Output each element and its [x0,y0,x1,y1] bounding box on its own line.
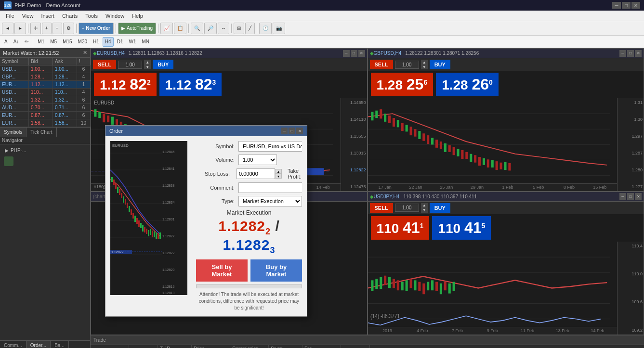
usdjpy-volume-input[interactable] [395,204,419,212]
minimize-button[interactable]: ─ [612,2,621,9]
zoom-out-button[interactable]: − [53,23,62,34]
tab-comm[interactable]: Comm... [0,341,26,348]
menu-view[interactable]: View [18,12,38,20]
gbpusd-close[interactable]: ✕ [635,50,642,57]
menu-insert[interactable]: Insert [37,12,58,20]
indicator-button[interactable]: 📈 [160,23,173,34]
eurusd-close[interactable]: ✕ [358,50,365,57]
tf-m5[interactable]: M5 [48,37,59,47]
market-watch-close[interactable]: ✕ [83,50,87,56]
forward-button[interactable]: ► [14,23,26,34]
zoom-chart-button[interactable]: 🔍 [191,23,203,34]
tf-h4[interactable]: H4 [103,37,114,47]
gbpusd-volume-input[interactable] [395,61,419,69]
usdjpy-minimize[interactable]: ─ [619,193,626,200]
autotrading-button[interactable]: ▶ AutoTrading [118,23,156,34]
gbpusd-maximize[interactable]: □ [627,50,634,57]
usdjpy-buy-button[interactable]: BUY [430,203,450,213]
tf-m1[interactable]: M1 [35,37,47,47]
template-button[interactable]: 📋 [174,23,186,34]
nav-item-phpDemo[interactable]: ▶ PHP-... [2,146,88,155]
sl-label: Stop Loss: [196,171,230,177]
tf-w1[interactable]: W1 [126,37,138,47]
mw-row-usd2[interactable]: USD... 110... 110... 4 [0,89,90,96]
eurusd-sell-button[interactable]: SELL [93,60,116,69]
tab-balance[interactable]: Ba... [51,341,69,348]
eurusd-maximize[interactable]: □ [351,50,357,57]
eurusd-buy-price[interactable]: 1.12 823 [159,73,222,96]
gbpusd-sell-button[interactable]: SELL [370,60,393,69]
trendline-button[interactable]: ╱ [245,23,255,34]
sell-by-market-button[interactable]: Sell by Market [196,259,248,282]
tab-tick-chart[interactable]: Tick Chart [26,128,56,137]
eurusd-vol-down[interactable]: ▼ [144,64,151,69]
usdjpy-vol-down[interactable]: ▼ [421,208,428,213]
dialog-minimize[interactable]: ─ [281,128,288,134]
tab-symbols[interactable]: Symbols [0,128,26,137]
usdjpy-buy-price[interactable]: 110 415 [432,216,491,240]
dialog-maximize[interactable]: □ [289,128,295,134]
gbpusd-buy-button[interactable]: BUY [430,60,450,69]
objects-button[interactable]: ⊞ [234,23,244,34]
volume-label: Volume: [196,157,235,163]
symbol-select[interactable]: EURUSD, Euro vs US Dollar Variable + Com… [238,141,302,152]
mw-row-eur2[interactable]: EUR... 0.87... 0.87... 6 [0,112,90,119]
new-order-button[interactable]: + New Order [79,23,114,34]
dialog-close[interactable]: ✕ [296,128,303,134]
back-button[interactable]: ◄ [2,23,13,34]
menu-help[interactable]: Help [128,12,147,20]
sl-down-button[interactable]: ▼ [275,174,282,179]
scroll-button[interactable]: ↔ [218,23,229,34]
volume-select[interactable]: 1.00 [238,155,277,165]
gbpusd-sell-price[interactable]: 1.28 256 [371,73,434,96]
tf-h1[interactable]: H1 [91,37,102,47]
menu-window[interactable]: Window [102,12,128,20]
gbpusd-buy-price[interactable]: 1.28 260 [436,73,499,96]
mw-row-eur3[interactable]: EUR... 1.58... 1.58... 10 [0,119,90,127]
zoom-in-button[interactable]: + [42,23,52,34]
gbpusd-minimize[interactable]: ─ [619,50,626,57]
sl-up-button[interactable]: ▲ [275,169,282,174]
usdjpy-trade-bar: SELL ▲ ▼ BUY [368,202,644,214]
gbpusd-vol-up[interactable]: ▲ [421,60,428,64]
time-button[interactable]: 🕐 [259,23,272,34]
tf-m30[interactable]: M30 [76,37,90,47]
zoom-out-chart-button[interactable]: 🔎 [204,23,217,34]
usdjpy-close[interactable]: ✕ [635,193,642,200]
text-tool[interactable]: A [2,37,10,47]
eurusd-volume-input[interactable] [118,61,142,69]
eurusd-buy-button[interactable]: BUY [153,60,173,69]
mw-row-aud[interactable]: AUD... 0.70... 0.71... 6 [0,104,90,112]
usdjpy-vol-up[interactable]: ▲ [421,203,428,208]
draw-tool[interactable]: ✏ [22,37,31,47]
usdjpy-sell-price[interactable]: 110 411 [371,216,430,240]
buy-by-market-button[interactable]: Buy by Market [250,259,302,282]
tf-m15[interactable]: M15 [60,37,74,47]
mw-row-usd1[interactable]: USD... 1.00... 1.00... 6 [0,65,90,73]
tf-mn[interactable]: MN [139,37,152,47]
maximize-button[interactable]: □ [622,2,631,9]
properties-button[interactable]: ⚙ [63,23,74,34]
screenshot-button[interactable]: 📷 [273,23,285,34]
menu-file[interactable]: File [2,12,18,20]
usdjpy-maximize[interactable]: □ [627,193,634,200]
tab-order[interactable]: Order... [26,341,51,348]
mw-row-usd3[interactable]: USD... 1.32... 1.32... 6 [0,96,90,104]
gbpusd-vol-down[interactable]: ▼ [421,64,428,69]
text-arrow-tool[interactable]: A↓ [11,37,22,47]
eurusd-sell-price[interactable]: 1.12 822 [94,73,157,96]
mw-row-gbp[interactable]: GBP... 1.28... 1.28... 4 [0,73,90,81]
menu-charts[interactable]: Charts [58,12,81,20]
comment-input[interactable] [238,182,302,193]
stop-loss-input[interactable] [237,168,275,179]
close-button[interactable]: ✕ [631,2,640,9]
eurusd-minimize[interactable]: ─ [343,50,350,57]
mw-row-eur[interactable]: EUR... 1.12... 1.12... 1 [0,81,90,89]
order-dialog[interactable]: Order ─ □ ✕ EURUSD [105,125,307,317]
type-select[interactable]: Market Execution [238,196,302,206]
menu-tools[interactable]: Tools [81,12,102,20]
usdjpy-sell-button[interactable]: SELL [370,203,393,213]
eurusd-vol-up[interactable]: ▲ [144,60,151,64]
tf-d1[interactable]: D1 [115,37,126,47]
crosshair-button[interactable]: ✛ [30,23,41,34]
